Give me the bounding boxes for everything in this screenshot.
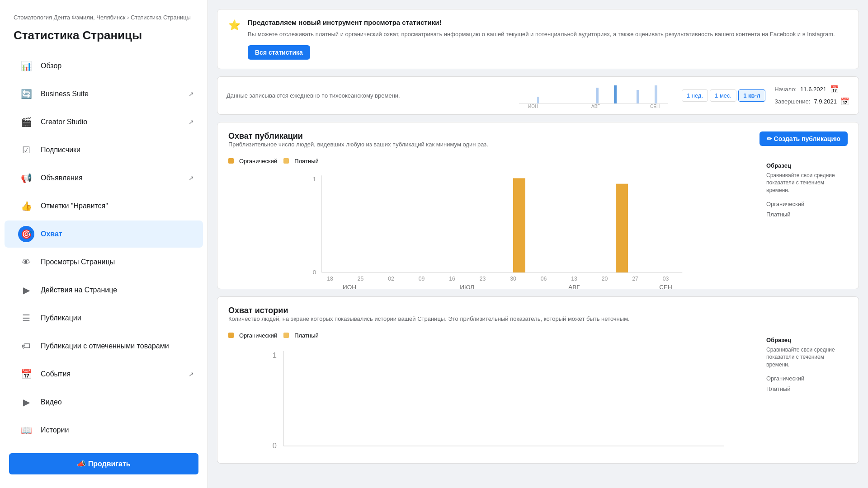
stories-desc: Количество людей, на экране которых пока… xyxy=(228,315,630,322)
video-icon: ▶ xyxy=(18,394,34,410)
external-icon-business-suite: ↗ xyxy=(189,90,194,98)
sidebar-item-subscribers[interactable]: ☑Подписчики xyxy=(5,136,203,164)
reach-legend-row: Органический Платный xyxy=(228,158,759,164)
tagged-products-icon: 🏷 xyxy=(18,338,34,354)
reach-bar-chart: 1 0 18 25 02 09 16 23 30 06 13 xyxy=(228,170,759,292)
all-stats-button[interactable]: Вся статистика xyxy=(248,45,310,60)
period-1quarter[interactable]: 1 кв-л xyxy=(738,89,765,102)
svg-text:1: 1 xyxy=(313,175,316,182)
sidebar-item-label-events: События xyxy=(41,370,185,378)
create-post-button[interactable]: ✏ Создать публикацию xyxy=(760,131,848,146)
sidebar-item-tagged-products[interactable]: 🏷Публикации с отмеченными товарами xyxy=(5,333,203,360)
promo-desc: Вы можете отслеживать платный и органиче… xyxy=(248,30,848,39)
stories-legend-sidebar: Образец Сравнивайте свои средние показат… xyxy=(766,332,848,454)
svg-text:0: 0 xyxy=(273,441,277,449)
organic-label2: Органический xyxy=(766,201,804,207)
page-actions-icon: ▶ xyxy=(18,282,34,298)
svg-text:27: 27 xyxy=(632,276,638,282)
sidebar-item-stories[interactable]: 📖Истории xyxy=(5,417,203,444)
period-1week[interactable]: 1 нед. xyxy=(682,89,708,102)
creator-studio-icon: 🎬 xyxy=(18,114,34,130)
reach-title: Охват публикации xyxy=(228,131,488,141)
end-date-group: Завершение: 7.9.2021 📅 xyxy=(774,97,849,106)
stories-paid-dot xyxy=(283,333,289,338)
stories-bar-chart: 1 0 xyxy=(228,344,759,466)
paid-dot xyxy=(283,158,289,164)
sidebar: Стоматология Дента Фэмили, Челябинск › С… xyxy=(0,0,208,488)
external-icon-creator-studio: ↗ xyxy=(189,118,194,126)
sidebar-item-label-video: Видео xyxy=(41,398,194,406)
sidebar-item-page-actions[interactable]: ▶Действия на Странице xyxy=(5,277,203,304)
start-calendar-icon[interactable]: 📅 xyxy=(830,85,839,94)
end-value: 7.9.2021 xyxy=(814,98,837,105)
sidebar-item-page-views[interactable]: 👁Просмотры Страницы xyxy=(5,249,203,276)
svg-text:АВГ: АВГ xyxy=(568,283,580,290)
ads-icon: 📢 xyxy=(18,170,34,186)
svg-text:23: 23 xyxy=(480,276,486,282)
breadcrumb: Стоматология Дента Фэмили, Челябинск › С… xyxy=(0,0,208,26)
subscribers-icon: ☑ xyxy=(18,142,34,158)
sidebar-item-video[interactable]: ▶Видео xyxy=(5,389,203,416)
svg-text:16: 16 xyxy=(449,276,455,282)
sidebar-item-business-suite[interactable]: 🔄Business Suite↗ xyxy=(5,80,203,108)
svg-text:0: 0 xyxy=(313,268,316,275)
sidebar-item-label-overview: Обзор xyxy=(41,62,194,70)
date-range-panel: Данные записываются ежедневно по тихооке… xyxy=(217,76,859,115)
stories-paid-label2: Платный xyxy=(766,385,791,392)
svg-rect-13 xyxy=(513,178,525,272)
stories-title: Охват истории xyxy=(228,306,630,315)
period-1month[interactable]: 1 мес. xyxy=(710,89,736,102)
sidebar-item-publications[interactable]: ☰Публикации xyxy=(5,305,203,332)
date-inputs: Начало: 11.6.2021 📅 Завершение: 7.9.2021… xyxy=(774,85,849,106)
sidebar-item-label-reach: Охват xyxy=(41,230,194,238)
svg-text:ИОН: ИОН xyxy=(343,283,356,290)
stories-organic-item: Органический xyxy=(766,375,848,382)
reach-legend-sidebar: Образец Сравнивайте свои средние показат… xyxy=(766,158,848,280)
svg-rect-3 xyxy=(614,85,617,103)
stories-sample-desc: Сравнивайте свои средние показатели с те… xyxy=(766,346,848,369)
sample-desc: Сравнивайте свои средние показатели с те… xyxy=(766,172,848,194)
sidebar-item-overview[interactable]: 📊Обзор xyxy=(5,52,203,80)
sidebar-item-ads[interactable]: 📢Объявления↗ xyxy=(5,164,203,192)
sidebar-item-label-business-suite: Business Suite xyxy=(41,90,185,98)
stories-paid-label: Платный xyxy=(294,332,319,339)
organic-item: Органический xyxy=(766,201,848,207)
svg-text:20: 20 xyxy=(602,276,608,282)
stories-paid-item: Платный xyxy=(766,385,848,392)
end-label: Завершение: xyxy=(774,98,810,105)
overview-icon: 📊 xyxy=(18,58,34,74)
events-icon: 📅 xyxy=(18,366,34,382)
svg-text:АВГ: АВГ xyxy=(591,104,600,108)
svg-text:ИЮЛ: ИЮЛ xyxy=(460,283,474,290)
stories-legend-row: Органический Платный xyxy=(228,332,759,339)
svg-text:25: 25 xyxy=(358,276,364,282)
sidebar-item-likes[interactable]: 👍Отметки "Нравится" xyxy=(5,192,203,220)
reach-section: Охват публикации Приблизительное число л… xyxy=(217,122,859,289)
nav-menu: 📊Обзор🔄Business Suite↗🎬Creator Studio↗☑П… xyxy=(0,52,208,445)
stories-header: Охват истории Количество людей, на экран… xyxy=(228,306,848,329)
external-icon-ads: ↗ xyxy=(189,174,194,182)
reach-header: Охват публикации Приблизительное число л… xyxy=(228,131,848,155)
sidebar-item-creator-studio[interactable]: 🎬Creator Studio↗ xyxy=(5,108,203,136)
main-content: ⭐ Представляем новый инструмент просмотр… xyxy=(208,0,868,488)
sidebar-item-reach[interactable]: 🎯Охват xyxy=(5,221,203,248)
period-buttons: 1 нед. 1 мес. 1 кв-л xyxy=(682,89,765,102)
stories-section: Охват истории Количество людей, на экран… xyxy=(217,296,859,464)
sidebar-item-label-publications: Публикации xyxy=(41,314,194,322)
sample-title: Образец xyxy=(766,162,848,169)
reach-chart-container: Органический Платный 1 0 xyxy=(228,158,848,280)
end-calendar-icon[interactable]: 📅 xyxy=(840,97,849,106)
stories-title-group: Охват истории Количество людей, на экран… xyxy=(228,306,630,329)
organic-label: Органический xyxy=(239,158,277,164)
external-icon-events: ↗ xyxy=(189,371,194,378)
svg-text:03: 03 xyxy=(663,276,669,282)
sidebar-item-label-likes: Отметки "Нравится" xyxy=(41,202,194,210)
star-icon: ⭐ xyxy=(228,19,241,60)
promote-button[interactable]: 📣 Продвигать xyxy=(9,453,198,474)
active-circle: 🎯 xyxy=(18,226,34,242)
sidebar-item-events[interactable]: 📅События↗ xyxy=(5,361,203,388)
promo-content: Представляем новый инструмент просмотра … xyxy=(248,19,848,60)
svg-text:18: 18 xyxy=(327,276,333,282)
stories-organic-dot xyxy=(228,333,234,338)
page-title: Статистика Страницы xyxy=(0,26,208,52)
